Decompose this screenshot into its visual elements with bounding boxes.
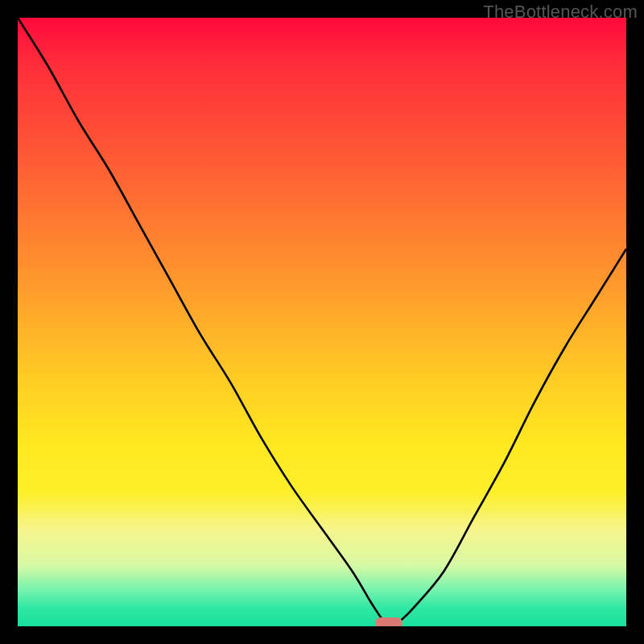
bottleneck-curve — [18, 18, 626, 626]
curve-path — [18, 18, 626, 626]
minimum-marker — [375, 617, 402, 626]
plot-area — [18, 18, 626, 626]
chart-frame: TheBottleneck.com — [0, 0, 644, 644]
watermark-text: TheBottleneck.com — [483, 2, 638, 23]
